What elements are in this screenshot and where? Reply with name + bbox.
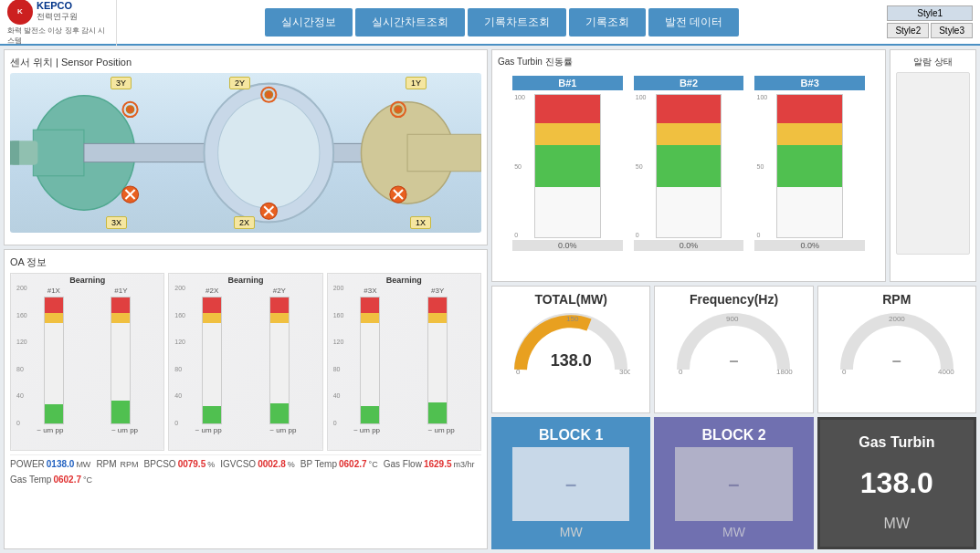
label-1y: 1Y <box>406 77 427 89</box>
meter-frequency: Frequency(Hz) 0 900 1800 – <box>654 286 813 413</box>
gastemp-unit: °C <box>83 475 92 485</box>
power-val: 0138.0 <box>47 459 75 469</box>
bptemp-val: 0602.7 <box>339 459 367 469</box>
info-rpm: RPM RPM <box>96 459 138 469</box>
gt-bar-label-1: B#1 <box>512 76 623 90</box>
gt-val-1: 0.0% <box>512 240 623 251</box>
info-row: POWER 0138.0 MW RPM RPM BPCSO 0079.5 % I… <box>10 454 481 485</box>
svg-rect-1 <box>33 130 84 176</box>
alarm-display <box>896 72 970 255</box>
block-1-title: BLOCK 1 <box>539 427 603 443</box>
igvcso-val: 0002.8 <box>258 459 286 469</box>
nav-btn-1[interactable]: 실시간차트조회 <box>355 8 465 37</box>
bar-3x-label: #3X <box>364 287 376 295</box>
block-gas-unit: MW <box>884 516 910 532</box>
svg-text:900: 900 <box>726 315 739 323</box>
info-igvcso: IGVCSO 0002.8 % <box>220 459 295 469</box>
label-3x: 3X <box>106 216 127 229</box>
style-btn-1[interactable]: Style1 <box>887 5 973 21</box>
bpcso-val: 0079.5 <box>178 459 206 469</box>
style-btn-2[interactable]: Style2 <box>887 23 929 38</box>
label-2x: 2X <box>234 216 255 229</box>
svg-text:150: 150 <box>566 315 579 323</box>
main-layout: 센서 위치 | Sensor Position <box>0 46 980 553</box>
gt-scale-bot-1: 0 <box>514 232 525 238</box>
gt-bar-label-2: B#2 <box>634 76 744 90</box>
nav-btn-4[interactable]: 발전 데이터 <box>648 8 739 37</box>
right-top: Gas Turbin 진동률 B#1 100 50 0 <box>491 49 976 282</box>
logo-text-line2: 전력연구원 <box>37 11 78 23</box>
subtitle: 화력 발전소 이상 징후 감시 시스템 <box>7 26 109 46</box>
svg-text:1800: 1800 <box>776 368 793 374</box>
nav-btn-3[interactable]: 기록조회 <box>569 8 646 37</box>
bearing-group-1: Bearning 200 160 120 80 40 0 <box>10 273 164 451</box>
gasflow-val: 1629.5 <box>424 459 452 469</box>
block-2-title: BLOCK 2 <box>701 427 765 443</box>
gt-bar-group-3: B#3 100 50 0 <box>754 76 865 251</box>
meter-total-title: TOTAL(MW) <box>534 292 607 307</box>
logo-area: K KEPCO 전력연구원 화력 발전소 이상 징후 감시 시스템 <box>7 0 117 46</box>
block-2[interactable]: BLOCK 2 – MW <box>654 417 813 549</box>
svg-text:0: 0 <box>842 368 847 374</box>
block-1-inner: – <box>512 447 629 521</box>
gasflow-unit: m3/hr <box>454 460 475 469</box>
block-gas-title: Gas Turbin <box>859 434 934 451</box>
oa-section: OA 정보 Bearning 200 160 120 80 <box>4 249 488 549</box>
power-unit: MW <box>76 460 90 469</box>
oa-title: OA 정보 <box>10 256 481 269</box>
meter-rpm: RPM 0 2000 4000 – <box>817 286 976 413</box>
bearing-group-3: Bearning 200 160 120 80 40 0 #3X <box>327 273 481 451</box>
svg-point-6 <box>218 98 320 208</box>
gt-bar-label-3: B#3 <box>754 76 865 90</box>
bearing-footer-1a: ~ um pp <box>37 426 63 434</box>
nav-btn-2[interactable]: 기록차트조회 <box>468 8 566 37</box>
block-1-unit: MW <box>560 525 583 539</box>
logo-text-line1: KEPCO <box>37 0 78 11</box>
freq-value: – <box>729 351 738 370</box>
info-gasflow: Gas Flow 1629.5 m3/hr <box>384 459 475 469</box>
label-2y: 2Y <box>229 77 250 89</box>
block-2-unit: MW <box>722 525 745 539</box>
style-buttons: Style1 Style2 Style3 <box>887 5 973 38</box>
svg-text:4000: 4000 <box>938 368 954 374</box>
bearing-charts: Bearning 200 160 120 80 40 0 <box>10 273 481 451</box>
svg-text:300: 300 <box>619 368 630 374</box>
svg-text:0: 0 <box>516 368 521 374</box>
gt-bars-row: B#1 100 50 0 <box>498 72 880 255</box>
igvcso-unit: % <box>288 460 295 469</box>
bar-2x-label: #2X <box>205 287 218 295</box>
svg-rect-8 <box>407 134 481 171</box>
meter-freq-gauge: 0 900 1800 – <box>674 310 793 374</box>
gt-bar-group-2: B#2 100 50 0 <box>634 76 744 251</box>
bearing-title-1: Bearning <box>13 276 162 285</box>
gt-val-2: 0.0% <box>634 240 744 251</box>
info-power: POWER 0138.0 MW <box>10 459 90 469</box>
meter-rpm-title: RPM <box>882 292 911 307</box>
turbine-svg <box>10 73 481 233</box>
svg-rect-3 <box>10 141 19 164</box>
sensor-title: 센서 위치 | Sensor Position <box>10 56 481 69</box>
gt-scale-mid-1: 50 <box>514 163 525 170</box>
bearing-group-2: Bearning 200 160 120 80 40 0 #2X <box>168 273 322 451</box>
rpm-gauge-value: – <box>892 351 901 370</box>
gt-bar-group-1: B#1 100 50 0 <box>512 76 623 251</box>
style-btn-3[interactable]: Style3 <box>931 23 973 38</box>
left-panel: 센서 위치 | Sensor Position <box>4 49 488 549</box>
bearing-footer-2b: ~ um pp <box>269 426 296 434</box>
block-gas-turbin[interactable]: Gas Turbin 138.0 MW <box>817 417 976 549</box>
bar-3y-label: #3Y <box>431 287 444 295</box>
nav-btn-0[interactable]: 실시간정보 <box>265 8 353 37</box>
logo-kepco: K KEPCO 전력연구원 <box>7 0 78 25</box>
bearing-title-2: Bearning <box>171 276 320 285</box>
bearing-footer-3b: ~ um pp <box>428 426 455 434</box>
svg-text:2000: 2000 <box>889 315 905 323</box>
bar-1y-label: #1Y <box>114 287 127 295</box>
svg-point-21 <box>265 91 272 99</box>
block-1[interactable]: BLOCK 1 – MW <box>491 417 650 549</box>
gt-val-3: 0.0% <box>754 240 865 251</box>
nav-menu: 실시간정보 실시간차트조회 기록차트조회 기록조회 발전 데이터 <box>124 8 880 37</box>
gastemp-val: 0602.7 <box>53 475 81 485</box>
meters-row: TOTAL(MW) 0 150 300 <box>491 286 976 413</box>
alarm-section: 알람 상태 <box>890 49 976 282</box>
bearing-footer-1b: ~ um pp <box>111 426 138 434</box>
